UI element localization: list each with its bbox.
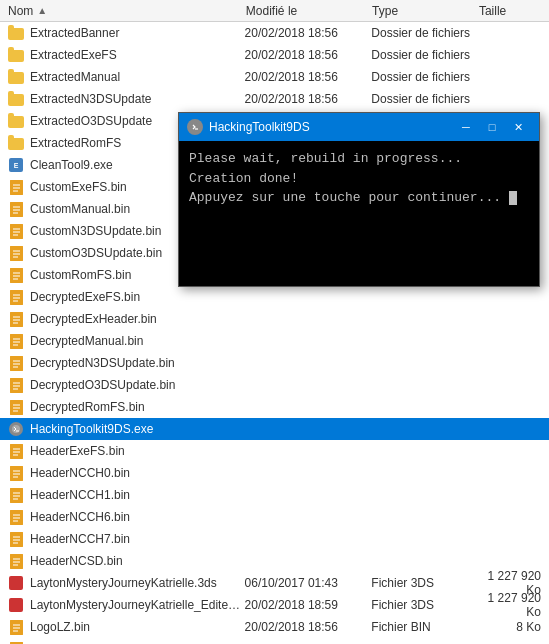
file-name: DecryptedO3DSUpdate.bin — [30, 378, 245, 392]
file-icon — [8, 399, 24, 415]
file-icon — [8, 487, 24, 503]
list-item[interactable]: PlainRGN.bin 20/02/2018 18:56 Fichier BI… — [0, 638, 549, 644]
file-name: ExtractedN3DSUpdate — [30, 92, 245, 106]
file-icon — [8, 597, 24, 613]
terminal-title: HackingToolkit9DS — [209, 120, 447, 134]
list-item[interactable]: HeaderNCCH7.bin — [0, 528, 549, 550]
list-item[interactable]: ExtractedExeFS 20/02/2018 18:56 Dossier … — [0, 44, 549, 66]
file-icon — [8, 531, 24, 547]
file-name: DecryptedManual.bin — [30, 334, 245, 348]
file-name: ExtractedBanner — [30, 26, 245, 40]
col-nom-label: Nom — [8, 4, 33, 18]
file-name: LaytonMysteryJourneyKatrielle_Edited.3ds — [30, 598, 245, 612]
list-item[interactable]: HeaderNCCH0.bin — [0, 462, 549, 484]
terminal-line: Appuyez sur une touche pour continuer... — [189, 188, 529, 208]
file-date: 20/02/2018 18:56 — [245, 48, 372, 62]
file-type: Dossier de fichiers — [371, 70, 478, 84]
terminal-controls: ─ □ ✕ — [453, 113, 531, 141]
file-name: DecryptedN3DSUpdate.bin — [30, 356, 245, 370]
file-date: 20/02/2018 18:56 — [245, 26, 372, 40]
file-icon — [8, 179, 24, 195]
file-icon — [8, 575, 24, 591]
file-icon — [8, 355, 24, 371]
file-date: 20/02/2018 18:59 — [245, 598, 372, 612]
file-type: Fichier 3DS — [371, 598, 478, 612]
file-icon — [8, 311, 24, 327]
list-item[interactable]: HeaderExeFS.bin — [0, 440, 549, 462]
terminal-line: Please wait, rebuild in progress... — [189, 149, 529, 169]
list-item[interactable]: LaytonMysteryJourneyKatrielle_Edited.3ds… — [0, 594, 549, 616]
col-modifie-header[interactable]: Modifié le — [246, 4, 372, 18]
column-headers: Nom ▲ Modifié le Type Taille — [0, 0, 549, 22]
file-icon — [8, 377, 24, 393]
file-name: DecryptedRomFS.bin — [30, 400, 245, 414]
file-icon — [8, 135, 24, 151]
sort-arrow-icon: ▲ — [37, 5, 47, 16]
file-icon — [8, 47, 24, 63]
file-type: Fichier BIN — [371, 620, 478, 634]
file-date: 20/02/2018 18:56 — [245, 70, 372, 84]
col-type-header[interactable]: Type — [372, 4, 479, 18]
file-icon — [8, 267, 24, 283]
terminal-maximize-button[interactable]: □ — [479, 113, 505, 141]
file-name: HeaderNCCH0.bin — [30, 466, 245, 480]
file-name: HeaderExeFS.bin — [30, 444, 245, 458]
list-item[interactable]: DecryptedN3DSUpdate.bin — [0, 352, 549, 374]
file-type: Dossier de fichiers — [371, 48, 478, 62]
file-icon — [8, 223, 24, 239]
file-icon — [8, 69, 24, 85]
file-type: Dossier de fichiers — [371, 92, 478, 106]
file-name: ExtractedManual — [30, 70, 245, 84]
file-icon — [8, 289, 24, 305]
col-nom-header[interactable]: Nom ▲ — [8, 4, 246, 18]
file-icon — [8, 245, 24, 261]
file-size: 1 227 920 Ko — [479, 591, 541, 619]
terminal-cursor — [509, 191, 517, 205]
file-date: 06/10/2017 01:43 — [245, 576, 372, 590]
file-name: HeaderNCCH6.bin — [30, 510, 245, 524]
terminal-minimize-button[interactable]: ─ — [453, 113, 479, 141]
terminal-line: Creation done! — [189, 169, 529, 189]
file-type: Dossier de fichiers — [371, 26, 478, 40]
file-icon — [8, 91, 24, 107]
list-item[interactable]: DecryptedExHeader.bin — [0, 308, 549, 330]
list-item[interactable]: ExtractedBanner 20/02/2018 18:56 Dossier… — [0, 22, 549, 44]
file-size: 8 Ko — [479, 620, 541, 634]
terminal-body: Please wait, rebuild in progress...Creat… — [179, 141, 539, 286]
file-name: HeaderNCCH1.bin — [30, 488, 245, 502]
list-item[interactable]: ExtractedN3DSUpdate 20/02/2018 18:56 Dos… — [0, 88, 549, 110]
file-icon — [8, 113, 24, 129]
list-item[interactable]: DecryptedExeFS.bin — [0, 286, 549, 308]
terminal-close-button[interactable]: ✕ — [505, 113, 531, 141]
file-icon — [8, 619, 24, 635]
file-name: HackingToolkit9DS.exe — [30, 422, 245, 436]
list-item[interactable]: LaytonMysteryJourneyKatrielle.3ds 06/10/… — [0, 572, 549, 594]
col-taille-header[interactable]: Taille — [479, 4, 541, 18]
file-icon — [8, 201, 24, 217]
file-name: DecryptedExeFS.bin — [30, 290, 245, 304]
file-icon — [8, 421, 24, 437]
list-item[interactable]: LogoLZ.bin 20/02/2018 18:56 Fichier BIN … — [0, 616, 549, 638]
file-icon — [8, 465, 24, 481]
list-item[interactable]: HeaderNCSD.bin — [0, 550, 549, 572]
terminal-window: HackingToolkit9DS ─ □ ✕ Please wait, reb… — [178, 112, 540, 287]
list-item[interactable]: HackingToolkit9DS.exe — [0, 418, 549, 440]
file-icon — [8, 333, 24, 349]
file-name: ExtractedExeFS — [30, 48, 245, 62]
list-item[interactable]: HeaderNCCH6.bin — [0, 506, 549, 528]
list-item[interactable]: DecryptedO3DSUpdate.bin — [0, 374, 549, 396]
file-date: 20/02/2018 18:56 — [245, 92, 372, 106]
list-item[interactable]: HeaderNCCH1.bin — [0, 484, 549, 506]
list-item[interactable]: ExtractedManual 20/02/2018 18:56 Dossier… — [0, 66, 549, 88]
file-name: DecryptedExHeader.bin — [30, 312, 245, 326]
file-date: 20/02/2018 18:56 — [245, 620, 372, 634]
file-name: HeaderNCSD.bin — [30, 554, 245, 568]
file-icon — [8, 443, 24, 459]
file-icon — [8, 509, 24, 525]
file-icon: E — [8, 157, 24, 173]
list-item[interactable]: DecryptedManual.bin — [0, 330, 549, 352]
list-item[interactable]: DecryptedRomFS.bin — [0, 396, 549, 418]
file-name: HeaderNCCH7.bin — [30, 532, 245, 546]
file-name: LaytonMysteryJourneyKatrielle.3ds — [30, 576, 245, 590]
file-icon — [8, 25, 24, 41]
